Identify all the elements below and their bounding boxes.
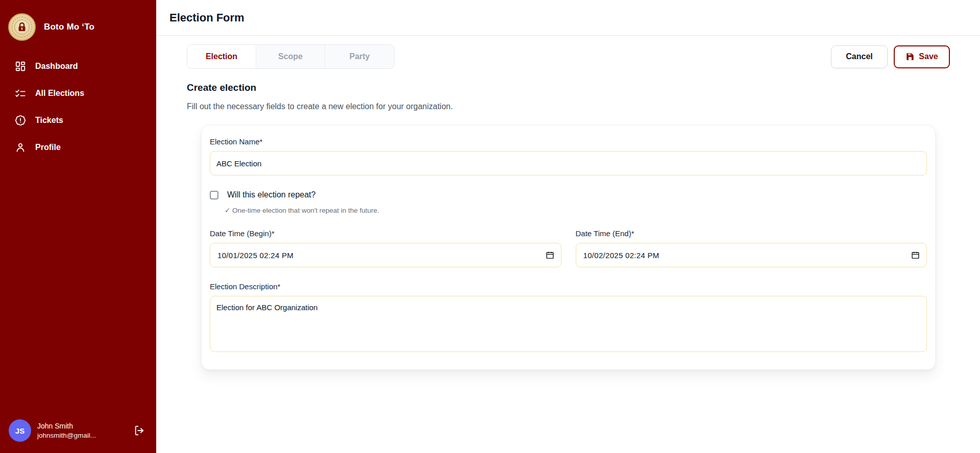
app-root: Boto Mo ‘To Dashboard All Elections [0, 0, 980, 453]
end-date-label: Date Time (End)* [576, 229, 927, 238]
checklist-icon [15, 88, 26, 99]
sidebar-item-label: Profile [35, 143, 61, 152]
dashboard-grid-icon [15, 61, 26, 72]
avatar: JS [9, 419, 31, 442]
date-row: Date Time (Begin)* 10/01/2025 02:24 PM D… [210, 229, 927, 267]
badge-alert-icon [15, 115, 26, 126]
description-textarea[interactable]: Election for ABC Organization [210, 296, 927, 352]
begin-datetime-input[interactable]: 10/01/2025 02:24 PM [210, 243, 561, 267]
main-area: Election Form Election Scope Party Cance… [156, 0, 980, 453]
page-header: Election Form [156, 0, 980, 36]
user-profile-row: JS John Smith johnsmith@gmail... [0, 419, 156, 442]
begin-date-group: Date Time (Begin)* 10/01/2025 02:24 PM [210, 229, 561, 267]
sidebar-nav: Dashboard All Elections Tickets Prof [0, 58, 156, 156]
page-title: Election Form [169, 11, 244, 24]
sidebar-item-label: Tickets [35, 116, 63, 125]
save-button[interactable]: Save [894, 45, 950, 68]
end-datetime-value: 10/02/2025 02:24 PM [583, 251, 659, 260]
form-section-subtitle: Fill out the necessary fields to create … [187, 102, 950, 111]
repeat-check-row: Will this election repeat? [210, 190, 927, 199]
tab-group: Election Scope Party [187, 44, 395, 69]
save-icon [905, 52, 915, 61]
brand-logo-badge [8, 13, 36, 41]
tab-election[interactable]: Election [187, 45, 256, 68]
begin-datetime-value: 10/01/2025 02:24 PM [217, 251, 293, 260]
toolbar: Election Scope Party Cancel Save [187, 44, 950, 69]
save-button-label: Save [919, 52, 938, 61]
election-name-input[interactable] [210, 151, 927, 175]
user-name: John Smith [37, 422, 96, 430]
repeat-helper-text: ✓ One-time election that won't repeat in… [225, 206, 927, 214]
sidebar-item-label: Dashboard [35, 62, 78, 71]
election-form-card: Election Name* Will this election repeat… [201, 125, 936, 370]
sidebar-item-all-elections[interactable]: All Elections [15, 85, 156, 102]
brand-name: Boto Mo ‘To [44, 22, 94, 32]
cancel-button[interactable]: Cancel [831, 45, 888, 68]
toolbar-actions: Cancel Save [831, 45, 950, 68]
logout-icon [134, 425, 145, 436]
tab-scope[interactable]: Scope [256, 45, 325, 68]
tab-party[interactable]: Party [325, 45, 394, 68]
user-email: johnsmith@gmail... [37, 432, 96, 439]
end-datetime-input[interactable]: 10/02/2025 02:24 PM [576, 243, 927, 267]
election-name-group: Election Name* [210, 137, 927, 175]
logout-button[interactable] [134, 425, 145, 436]
calendar-icon[interactable] [546, 251, 554, 260]
description-group: Election Description* Election for ABC O… [210, 282, 927, 354]
repeat-group: Will this election repeat? ✓ One-time el… [210, 190, 927, 214]
begin-date-label: Date Time (Begin)* [210, 229, 561, 238]
repeat-label[interactable]: Will this election repeat? [227, 190, 315, 199]
sidebar: Boto Mo ‘To Dashboard All Elections [0, 0, 156, 453]
sidebar-item-profile[interactable]: Profile [15, 139, 156, 156]
description-label: Election Description* [210, 282, 927, 291]
election-name-label: Election Name* [210, 137, 927, 146]
calendar-icon[interactable] [911, 251, 920, 260]
sidebar-item-dashboard[interactable]: Dashboard [15, 58, 156, 74]
brand: Boto Mo ‘To [0, 13, 156, 41]
content: Election Scope Party Cancel Save [156, 36, 980, 453]
sidebar-item-tickets[interactable]: Tickets [15, 112, 156, 129]
person-icon [15, 142, 26, 153]
end-date-group: Date Time (End)* 10/02/2025 02:24 PM [576, 229, 927, 267]
form-section-title: Create election [187, 82, 950, 93]
sidebar-item-label: All Elections [35, 89, 84, 98]
repeat-checkbox[interactable] [210, 191, 218, 199]
user-meta: John Smith johnsmith@gmail... [37, 422, 96, 439]
